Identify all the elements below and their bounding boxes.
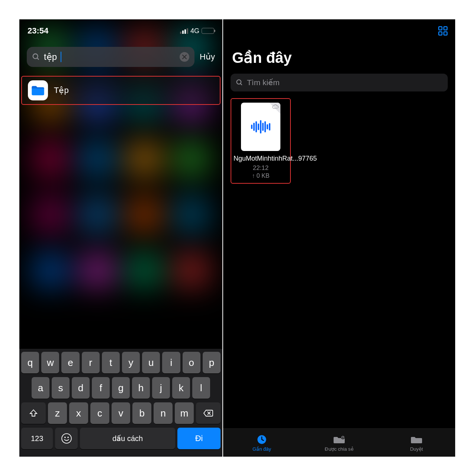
search-icon [32,53,40,61]
key-w[interactable]: w [41,352,59,373]
view-toggle-button[interactable] [437,25,448,38]
tab-label: Được chia sẻ [300,446,378,452]
backspace-icon [203,409,213,417]
key-z[interactable]: z [48,402,67,424]
space-key[interactable]: dấu cách [80,428,175,449]
cancel-button[interactable]: Hủy [200,52,215,62]
key-m[interactable]: m [175,402,194,424]
key-r[interactable]: r [82,352,100,373]
cloud-icon [272,104,279,109]
key-l[interactable]: l [192,377,210,399]
file-size: ↑ 0 KB [234,173,288,179]
file-time: 22:12 [234,164,288,172]
signal-icon [180,28,188,34]
svg-rect-9 [444,32,447,35]
tab-recent[interactable]: Gần đây [223,434,300,452]
key-u[interactable]: u [142,352,160,373]
shift-key[interactable] [21,402,46,424]
page-title: Gần đây [223,40,455,71]
search-placeholder: Tìm kiếm [247,78,280,87]
search-query: tệp [44,52,57,62]
key-f[interactable]: f [92,377,110,399]
svg-point-5 [67,437,69,438]
search-result-label: Tệp [54,86,69,95]
status-time: 23:54 [28,26,48,36]
key-a[interactable]: a [32,377,49,399]
tab-bar: Gần đây Được chia sẻ Duyệt [223,428,455,457]
svg-point-4 [64,437,66,438]
text-cursor [61,52,61,62]
emoji-icon [61,433,72,444]
tab-shared[interactable]: Được chia sẻ [300,434,378,452]
key-y[interactable]: y [122,352,140,373]
svg-line-11 [241,84,242,85]
battery-icon [202,28,214,34]
tab-label: Duyệt [378,446,455,452]
key-i[interactable]: i [162,352,180,373]
key-b[interactable]: b [132,402,151,424]
key-g[interactable]: g [112,377,130,399]
files-recent-screen: Gần đây Tìm kiếm NguMotMinhtinhRat...977… [223,19,456,457]
svg-line-1 [37,58,39,60]
key-o[interactable]: o [183,352,200,373]
svg-rect-7 [444,27,447,30]
svg-point-10 [237,80,241,84]
key-p[interactable]: p [203,352,221,373]
emoji-key[interactable] [55,428,78,449]
svg-point-0 [33,54,38,59]
spotlight-screen: 23:54 4G tệp Hủy [19,19,223,457]
file-item[interactable]: NguMotMinhtinhRat...97765 22:12 ↑ 0 KB [231,98,291,184]
shift-icon [29,409,38,418]
grid-icon [437,25,448,36]
files-search-input[interactable]: Tìm kiếm [231,74,448,91]
svg-point-3 [62,434,71,443]
svg-rect-6 [439,27,442,30]
key-h[interactable]: h [132,377,150,399]
file-thumbnail [241,103,280,151]
key-s[interactable]: s [52,377,70,399]
network-label: 4G [190,27,199,35]
file-name: NguMotMinhtinhRat...97765 [234,155,288,163]
keyboard: qwertyuiop asdfghjkl zxcvbnm 123 dấu các… [19,349,222,457]
tab-browse[interactable]: Duyệt [378,434,455,452]
files-app-icon [28,80,48,100]
backspace-key[interactable] [196,402,221,424]
key-q[interactable]: q [21,352,39,373]
search-icon [236,79,243,86]
key-j[interactable]: j [152,377,170,399]
close-icon [182,55,187,59]
key-d[interactable]: d [72,377,90,399]
numbers-key[interactable]: 123 [21,428,53,449]
tab-label: Gần đây [223,446,300,452]
clock-icon [257,434,267,445]
key-t[interactable]: t [102,352,120,373]
clear-search-button[interactable] [180,52,189,62]
key-v[interactable]: v [112,402,131,424]
search-result-files-app[interactable]: Tệp [21,76,221,105]
svg-point-14 [342,436,343,437]
key-x[interactable]: x [69,402,88,424]
key-n[interactable]: n [154,402,173,424]
audio-waveform-icon [251,120,270,134]
key-c[interactable]: c [90,402,109,424]
go-key[interactable]: Đi [177,428,221,449]
status-bar: 23:54 4G [19,19,222,39]
search-input[interactable]: tệp [27,47,194,67]
folder-shared-icon [333,434,345,445]
folder-icon [410,434,423,445]
key-e[interactable]: e [61,352,79,373]
svg-rect-8 [439,32,442,35]
key-k[interactable]: k [172,377,190,399]
